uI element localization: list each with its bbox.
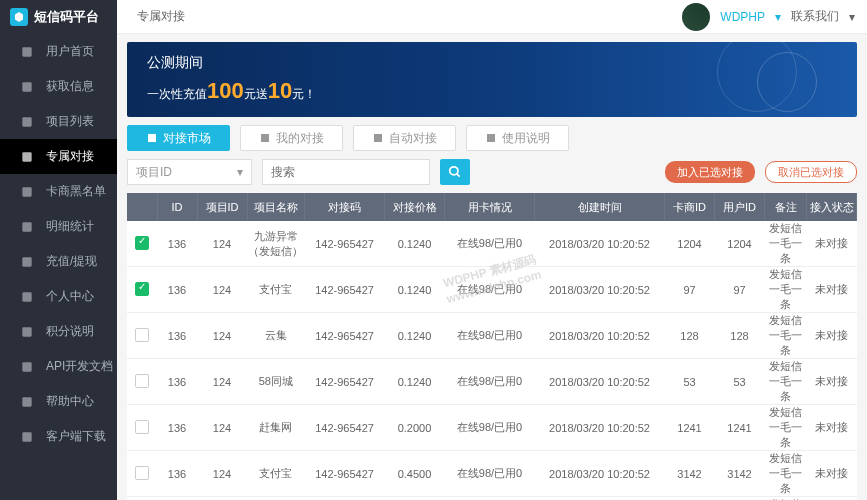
cell: 136 (157, 405, 197, 451)
cell: 0.1240 (385, 221, 445, 267)
cell: 未对接 (807, 497, 857, 501)
cell: 142-965427 (305, 497, 385, 501)
search-icon (448, 165, 462, 179)
sidebar-item-label: 明细统计 (46, 218, 94, 235)
table-row: 136124赶集网142-9654270.2000在线98/已用02018/03… (127, 405, 857, 451)
tab-自动对接[interactable]: 自动对接 (353, 125, 456, 151)
cell: 136 (157, 451, 197, 497)
column-header: 项目ID (197, 193, 247, 221)
column-header: 对接价格 (385, 193, 445, 221)
table-row: 136124支付宝142-9654270.1240在线98/已用02018/03… (127, 267, 857, 313)
cell: 发短信一毛一条 (765, 405, 807, 451)
row-checkbox[interactable] (135, 420, 149, 434)
column-header: ID (157, 193, 197, 221)
sidebar-item-api[interactable]: API开发文档 (0, 349, 117, 384)
sidebar-item-chart[interactable]: 明细统计 (0, 209, 117, 244)
row-checkbox[interactable] (135, 466, 149, 480)
column-header: 卡商ID (665, 193, 715, 221)
column-header: 备注 (765, 193, 807, 221)
cell: 142-965427 (305, 359, 385, 405)
sidebar-item-help[interactable]: 帮助中心 (0, 384, 117, 419)
cell (127, 451, 157, 497)
svg-line-17 (457, 174, 460, 177)
sidebar-item-card[interactable]: 卡商黑名单 (0, 174, 117, 209)
cell: 124 (197, 405, 247, 451)
cell: 在线98/已用0 (445, 497, 535, 501)
sidebar-item-user[interactable]: 个人中心 (0, 279, 117, 314)
row-checkbox[interactable] (135, 328, 149, 342)
cell (127, 497, 157, 501)
cell: 1241 (715, 405, 765, 451)
sidebar-item-msg[interactable]: 获取信息 (0, 69, 117, 104)
chevron-down-icon[interactable]: ▾ (849, 10, 855, 24)
tab-对接市场[interactable]: 对接市场 (127, 125, 230, 151)
table-row: 136124云集142-9654270.3000在线98/已用02018/03/… (127, 497, 857, 501)
tab-icon (146, 132, 158, 144)
cell: 124 (197, 313, 247, 359)
cell: 124 (197, 267, 247, 313)
dl-icon (20, 430, 34, 444)
cell: 3142 (665, 451, 715, 497)
cell: 九游异常（发短信） (247, 221, 305, 267)
cell: 53 (715, 359, 765, 405)
cell: 未对接 (807, 221, 857, 267)
home-icon (20, 45, 34, 59)
sidebar-item-list[interactable]: 项目列表 (0, 104, 117, 139)
cell: 0.3000 (385, 497, 445, 501)
main: 公测期间 一次性充值100元送10元！ 对接市场我的对接自动对接使用说明 项目I… (117, 34, 867, 500)
cell: 未对接 (807, 267, 857, 313)
add-selected-button[interactable]: 加入已选对接 (665, 161, 755, 183)
tab-使用说明[interactable]: 使用说明 (466, 125, 569, 151)
search-button[interactable] (440, 159, 470, 185)
project-id-select[interactable]: 项目ID ▾ (127, 159, 252, 185)
cell: 3142 (715, 451, 765, 497)
chevron-down-icon[interactable]: ▾ (775, 10, 781, 24)
cell (127, 359, 157, 405)
cell: 97 (715, 267, 765, 313)
cell: 赶集网 (247, 405, 305, 451)
cell: 2018/03/20 10:20:52 (535, 405, 665, 451)
sidebar-item-dl[interactable]: 客户端下载 (0, 419, 117, 454)
cell: 发短信一毛一条 (765, 313, 807, 359)
tab-icon (259, 132, 271, 144)
sidebar-item-point[interactable]: 积分说明 (0, 314, 117, 349)
cell: 2018/03/20 10:20:52 (535, 359, 665, 405)
list-icon (20, 115, 34, 129)
cell (127, 405, 157, 451)
row-checkbox[interactable] (135, 374, 149, 388)
row-checkbox[interactable] (135, 236, 149, 250)
cancel-selected-button[interactable]: 取消已选对接 (765, 161, 857, 183)
card-icon (20, 185, 34, 199)
sidebar-item-home[interactable]: 用户首页 (0, 34, 117, 69)
row-checkbox[interactable] (135, 282, 149, 296)
sidebar-item-label: 客户端下载 (46, 428, 106, 445)
cell: 142-965427 (305, 313, 385, 359)
column-header: 项目名称 (247, 193, 305, 221)
avatar[interactable] (682, 3, 710, 31)
column-header: 对接码 (305, 193, 385, 221)
sidebar-item-link[interactable]: 专属对接 (0, 139, 117, 174)
cell: 云集 (247, 497, 305, 501)
tab-我的对接[interactable]: 我的对接 (240, 125, 343, 151)
svg-rect-4 (22, 187, 31, 196)
table-row: 136124云集142-9654270.1240在线98/已用02018/03/… (127, 313, 857, 359)
cell: 53 (665, 359, 715, 405)
chart-icon (20, 220, 34, 234)
cell: 支付宝 (247, 451, 305, 497)
cell: 124 (197, 451, 247, 497)
cell: 136 (157, 359, 197, 405)
svg-rect-6 (22, 257, 31, 266)
cell: 2018/03/20 10:20:52 (535, 221, 665, 267)
cell: 2018/03/20 10:20:52 (535, 451, 665, 497)
svg-rect-15 (487, 134, 495, 142)
search-input[interactable] (262, 159, 430, 185)
sidebar-item-wallet[interactable]: 充值/提现 (0, 244, 117, 279)
svg-rect-10 (22, 397, 31, 406)
user-name[interactable]: WDPHP (720, 10, 765, 24)
cell: 0.2000 (385, 405, 445, 451)
sidebar: 用户首页获取信息项目列表专属对接卡商黑名单明细统计充值/提现个人中心积分说明AP… (0, 34, 117, 500)
cell: 58同城 (247, 359, 305, 405)
contact-link[interactable]: 联系我们 (791, 8, 839, 25)
cell: 0.1240 (385, 313, 445, 359)
cell: 124 (197, 497, 247, 501)
